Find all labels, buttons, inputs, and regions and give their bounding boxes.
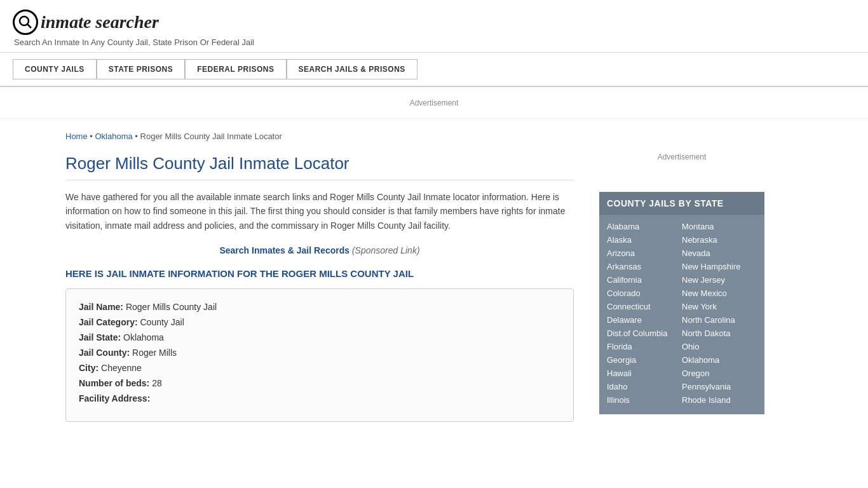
svg-line-1 [27,24,31,28]
ad-bar: Advertisement [0,87,868,119]
logo-icon [13,10,38,35]
state-link[interactable]: Ohio [682,340,757,353]
jail-city-label: City: [79,363,98,373]
breadcrumb-current: Roger Mills County Jail Inmate Locator [140,132,282,141]
sponsored-text: (Sponsored Link) [352,245,420,255]
state-link[interactable]: Delaware [607,313,682,327]
breadcrumb: Home • Oklahoma • Roger Mills County Jai… [65,132,574,141]
jail-beds-value: 28 [152,378,162,388]
jail-city-value: Cheyenne [101,363,142,373]
state-col-right: MontanaNebraskaNevadaNew HampshireNew Je… [682,220,757,407]
jail-name-row: Jail Name: Roger Mills County Jail [79,302,560,312]
nav-federal-prisons[interactable]: FEDERAL PRISONS [185,59,286,79]
state-link[interactable]: California [607,273,682,287]
nav: COUNTY JAILS STATE PRISONS FEDERAL PRISO… [0,53,868,87]
state-link[interactable]: Alaska [607,233,682,247]
jail-county-row: Jail County: Roger Mills [79,348,560,358]
state-link[interactable]: Dist.of Columbia [607,327,682,340]
logo-area: inmate searcher [13,10,855,35]
state-link[interactable]: Nevada [682,247,757,260]
nav-county-jails[interactable]: COUNTY JAILS [13,59,97,79]
jail-name-val: Roger Mills County Jail [126,302,217,312]
content: Home • Oklahoma • Roger Mills County Jai… [65,119,587,435]
sidebar-ad: Advertisement [599,132,764,182]
state-link[interactable]: Connecticut [607,300,682,313]
sidebar: Advertisement COUNTY JAILS BY STATE Alab… [587,119,764,435]
jail-county-label: Jail County: [79,348,130,358]
description: We have gathered for you all the availab… [65,190,574,233]
page-title: Roger Mills County Jail Inmate Locator [65,154,574,180]
jail-city-row: City: Cheyenne [79,363,560,373]
jail-info-header: HERE IS JAIL INMATE INFORMATION FOR THE … [65,268,574,279]
search-inmates-link[interactable]: Search Inmates & Jail Records [219,245,349,255]
jail-address-row: Facility Address: [79,393,560,403]
state-link[interactable]: New Jersey [682,273,757,287]
state-link[interactable]: Hawaii [607,367,682,380]
search-link: Search Inmates & Jail Records (Sponsored… [65,245,574,255]
state-link[interactable]: New Hampshire [682,260,757,273]
nav-inner: COUNTY JAILS STATE PRISONS FEDERAL PRISO… [13,59,855,79]
state-link[interactable]: Oklahoma [682,353,757,367]
state-box: COUNTY JAILS BY STATE AlabamaAlaskaArizo… [599,192,764,414]
main-layout: Home • Oklahoma • Roger Mills County Jai… [53,119,815,435]
nav-search-jails[interactable]: SEARCH JAILS & PRISONS [287,59,417,79]
state-link[interactable]: Georgia [607,353,682,367]
state-link[interactable]: Arkansas [607,260,682,273]
logo-text: inmate searcher [41,12,159,32]
jail-state-label: Jail State: [79,332,121,342]
state-link[interactable]: New York [682,300,757,313]
jail-beds-label: Number of beds: [79,378,149,388]
state-link[interactable]: Colorado [607,287,682,300]
jail-county-value: Roger Mills [132,348,177,358]
jail-beds-row: Number of beds: 28 [79,378,560,388]
breadcrumb-home[interactable]: Home [65,132,88,141]
nav-state-prisons[interactable]: STATE PRISONS [97,59,185,79]
svg-point-0 [20,17,29,25]
state-link[interactable]: Rhode Island [682,393,757,407]
breadcrumb-sep2: • [135,132,140,141]
state-link[interactable]: Oregon [682,367,757,380]
jail-state-row: Jail State: Oklahoma [79,332,560,342]
state-link[interactable]: Idaho [607,380,682,393]
state-grid: AlabamaAlaskaArizonaArkansasCaliforniaCo… [599,215,764,414]
state-link[interactable]: Alabama [607,220,682,233]
breadcrumb-state[interactable]: Oklahoma [95,132,132,141]
header: inmate searcher Search An Inmate In Any … [0,0,868,53]
state-link[interactable]: Nebraska [682,233,757,247]
jail-category-value: County Jail [140,317,184,327]
state-col-left: AlabamaAlaskaArizonaArkansasCaliforniaCo… [607,220,682,407]
jail-address-label: Facility Address: [79,393,150,403]
state-link[interactable]: Montana [682,220,757,233]
state-link[interactable]: Florida [607,340,682,353]
state-link[interactable]: Pennsylvania [682,380,757,393]
state-link[interactable]: Illinois [607,393,682,407]
state-link[interactable]: Arizona [607,247,682,260]
state-box-title: COUNTY JAILS BY STATE [599,192,764,215]
state-link[interactable]: North Carolina [682,313,757,327]
jail-name-label: Jail Name: [79,302,123,312]
state-link[interactable]: North Dakota [682,327,757,340]
state-link[interactable]: New Mexico [682,287,757,300]
info-box: Jail Name: Roger Mills County Jail Jail … [65,288,574,422]
jail-state-value: Oklahoma [123,332,164,342]
jail-category-label: Jail Category: [79,317,138,327]
logo-tagline: Search An Inmate In Any County Jail, Sta… [14,37,855,47]
jail-category-row: Jail Category: County Jail [79,317,560,327]
